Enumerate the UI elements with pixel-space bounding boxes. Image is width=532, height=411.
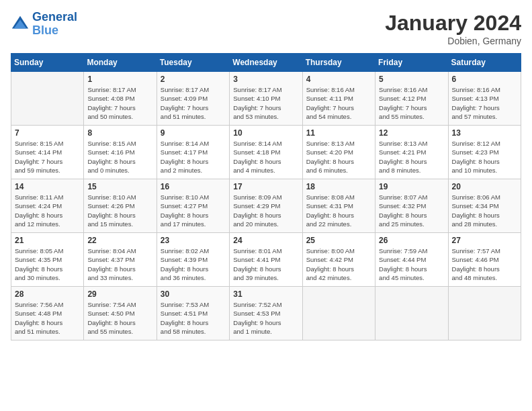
day-info: Sunrise: 8:12 AM Sunset: 4:23 PM Dayligh… — [452, 139, 517, 175]
day-header-thursday: Thursday — [302, 54, 375, 72]
day-info: Sunrise: 8:00 AM Sunset: 4:42 PM Dayligh… — [306, 246, 371, 282]
days-header-row: SundayMondayTuesdayWednesdayThursdayFrid… — [11, 54, 521, 72]
calendar-cell: 6Sunrise: 8:16 AM Sunset: 4:13 PM Daylig… — [448, 72, 521, 126]
day-info: Sunrise: 8:14 AM Sunset: 4:18 PM Dayligh… — [233, 139, 298, 175]
calendar-cell: 12Sunrise: 8:13 AM Sunset: 4:21 PM Dayli… — [375, 126, 448, 179]
day-info: Sunrise: 8:11 AM Sunset: 4:24 PM Dayligh… — [15, 193, 80, 228]
day-number: 5 — [379, 75, 444, 84]
calendar-cell: 8Sunrise: 8:15 AM Sunset: 4:16 PM Daylig… — [84, 126, 157, 179]
day-info: Sunrise: 8:13 AM Sunset: 4:21 PM Dayligh… — [379, 139, 444, 175]
calendar-cell: 23Sunrise: 8:02 AM Sunset: 4:39 PM Dayli… — [157, 233, 229, 287]
calendar-cell: 7Sunrise: 8:15 AM Sunset: 4:14 PM Daylig… — [11, 126, 84, 179]
day-info: Sunrise: 8:07 AM Sunset: 4:32 PM Dayligh… — [379, 193, 444, 228]
calendar-cell: 5Sunrise: 8:16 AM Sunset: 4:12 PM Daylig… — [375, 72, 448, 126]
day-info: Sunrise: 7:56 AM Sunset: 4:48 PM Dayligh… — [15, 300, 80, 336]
calendar-cell: 1Sunrise: 8:17 AM Sunset: 4:08 PM Daylig… — [84, 72, 157, 126]
calendar-cell: 24Sunrise: 8:01 AM Sunset: 4:41 PM Dayli… — [230, 233, 302, 287]
calendar-cell: 3Sunrise: 8:17 AM Sunset: 4:10 PM Daylig… — [230, 72, 302, 126]
day-number: 3 — [233, 75, 298, 84]
day-info: Sunrise: 8:17 AM Sunset: 4:08 PM Dayligh… — [87, 85, 152, 121]
day-number: 7 — [15, 128, 80, 138]
day-info: Sunrise: 8:06 AM Sunset: 4:34 PM Dayligh… — [452, 193, 517, 228]
day-number: 2 — [161, 75, 226, 84]
day-number: 10 — [233, 128, 298, 138]
calendar-cell: 20Sunrise: 8:06 AM Sunset: 4:34 PM Dayli… — [448, 179, 521, 233]
day-number: 9 — [161, 128, 226, 138]
calendar-cell — [375, 287, 448, 340]
day-info: Sunrise: 8:10 AM Sunset: 4:27 PM Dayligh… — [161, 193, 226, 228]
day-number: 13 — [452, 128, 517, 138]
calendar-cell: 15Sunrise: 8:10 AM Sunset: 4:26 PM Dayli… — [84, 179, 157, 233]
calendar-cell: 31Sunrise: 7:52 AM Sunset: 4:53 PM Dayli… — [230, 287, 302, 340]
calendar-cell: 28Sunrise: 7:56 AM Sunset: 4:48 PM Dayli… — [11, 287, 84, 340]
day-header-wednesday: Wednesday — [230, 54, 302, 72]
day-number: 4 — [306, 75, 371, 84]
day-info: Sunrise: 8:04 AM Sunset: 4:37 PM Dayligh… — [87, 246, 152, 282]
calendar-cell: 14Sunrise: 8:11 AM Sunset: 4:24 PM Dayli… — [11, 179, 84, 233]
day-info: Sunrise: 7:57 AM Sunset: 4:46 PM Dayligh… — [452, 246, 517, 282]
calendar-week-row: 28Sunrise: 7:56 AM Sunset: 4:48 PM Dayli… — [11, 287, 521, 340]
logo-text: General Blue — [32, 11, 77, 38]
day-info: Sunrise: 8:16 AM Sunset: 4:11 PM Dayligh… — [306, 85, 371, 121]
day-number: 19 — [379, 182, 444, 191]
title-block: January 2024 Dobien, Germany — [385, 11, 521, 46]
day-info: Sunrise: 8:08 AM Sunset: 4:31 PM Dayligh… — [306, 193, 371, 228]
day-info: Sunrise: 8:17 AM Sunset: 4:10 PM Dayligh… — [233, 85, 298, 121]
day-number: 27 — [452, 236, 517, 245]
day-info: Sunrise: 8:09 AM Sunset: 4:29 PM Dayligh… — [233, 193, 298, 228]
logo: General Blue — [11, 11, 77, 38]
day-header-monday: Monday — [84, 54, 157, 72]
day-number: 16 — [161, 182, 226, 191]
day-info: Sunrise: 8:15 AM Sunset: 4:14 PM Dayligh… — [15, 139, 80, 175]
calendar-cell: 30Sunrise: 7:53 AM Sunset: 4:51 PM Dayli… — [157, 287, 229, 340]
page-header: General Blue January 2024 Dobien, German… — [11, 11, 521, 46]
day-info: Sunrise: 7:53 AM Sunset: 4:51 PM Dayligh… — [161, 300, 226, 336]
calendar-cell: 22Sunrise: 8:04 AM Sunset: 4:37 PM Dayli… — [84, 233, 157, 287]
calendar-cell: 4Sunrise: 8:16 AM Sunset: 4:11 PM Daylig… — [302, 72, 375, 126]
day-number: 12 — [379, 128, 444, 138]
day-number: 24 — [233, 236, 298, 245]
day-number: 22 — [87, 236, 152, 245]
day-info: Sunrise: 8:05 AM Sunset: 4:35 PM Dayligh… — [15, 246, 80, 282]
day-number: 30 — [161, 289, 226, 299]
day-info: Sunrise: 8:14 AM Sunset: 4:17 PM Dayligh… — [161, 139, 226, 175]
day-number: 28 — [15, 289, 80, 299]
day-info: Sunrise: 8:15 AM Sunset: 4:16 PM Dayligh… — [87, 139, 152, 175]
day-number: 6 — [452, 75, 517, 84]
logo-icon — [11, 15, 30, 34]
calendar-week-row: 7Sunrise: 8:15 AM Sunset: 4:14 PM Daylig… — [11, 126, 521, 179]
calendar-cell: 2Sunrise: 8:17 AM Sunset: 4:09 PM Daylig… — [157, 72, 229, 126]
day-info: Sunrise: 8:10 AM Sunset: 4:26 PM Dayligh… — [87, 193, 152, 228]
calendar-cell: 17Sunrise: 8:09 AM Sunset: 4:29 PM Dayli… — [230, 179, 302, 233]
day-number: 18 — [306, 182, 371, 191]
day-number: 20 — [452, 182, 517, 191]
calendar-cell: 19Sunrise: 8:07 AM Sunset: 4:32 PM Dayli… — [375, 179, 448, 233]
location: Dobien, Germany — [385, 36, 521, 46]
day-number: 31 — [233, 289, 298, 299]
day-number: 8 — [87, 128, 152, 138]
calendar-cell: 26Sunrise: 7:59 AM Sunset: 4:44 PM Dayli… — [375, 233, 448, 287]
calendar-week-row: 1Sunrise: 8:17 AM Sunset: 4:08 PM Daylig… — [11, 72, 521, 126]
calendar-week-row: 21Sunrise: 8:05 AM Sunset: 4:35 PM Dayli… — [11, 233, 521, 287]
calendar-cell: 13Sunrise: 8:12 AM Sunset: 4:23 PM Dayli… — [448, 126, 521, 179]
calendar-cell: 21Sunrise: 8:05 AM Sunset: 4:35 PM Dayli… — [11, 233, 84, 287]
day-info: Sunrise: 8:17 AM Sunset: 4:09 PM Dayligh… — [161, 85, 226, 121]
calendar-cell: 16Sunrise: 8:10 AM Sunset: 4:27 PM Dayli… — [157, 179, 229, 233]
day-number: 29 — [87, 289, 152, 299]
day-info: Sunrise: 8:16 AM Sunset: 4:12 PM Dayligh… — [379, 85, 444, 121]
calendar-cell: 29Sunrise: 7:54 AM Sunset: 4:50 PM Dayli… — [84, 287, 157, 340]
calendar-table: SundayMondayTuesdayWednesdayThursdayFrid… — [11, 53, 521, 340]
day-info: Sunrise: 8:02 AM Sunset: 4:39 PM Dayligh… — [161, 246, 226, 282]
day-info: Sunrise: 7:59 AM Sunset: 4:44 PM Dayligh… — [379, 246, 444, 282]
calendar-cell — [448, 287, 521, 340]
day-number: 21 — [15, 236, 80, 245]
calendar-cell: 27Sunrise: 7:57 AM Sunset: 4:46 PM Dayli… — [448, 233, 521, 287]
day-number: 15 — [87, 182, 152, 191]
calendar-cell — [302, 287, 375, 340]
day-header-tuesday: Tuesday — [157, 54, 229, 72]
day-header-friday: Friday — [375, 54, 448, 72]
day-info: Sunrise: 8:01 AM Sunset: 4:41 PM Dayligh… — [233, 246, 298, 282]
day-number: 26 — [379, 236, 444, 245]
day-info: Sunrise: 8:13 AM Sunset: 4:20 PM Dayligh… — [306, 139, 371, 175]
calendar-cell — [11, 72, 84, 126]
